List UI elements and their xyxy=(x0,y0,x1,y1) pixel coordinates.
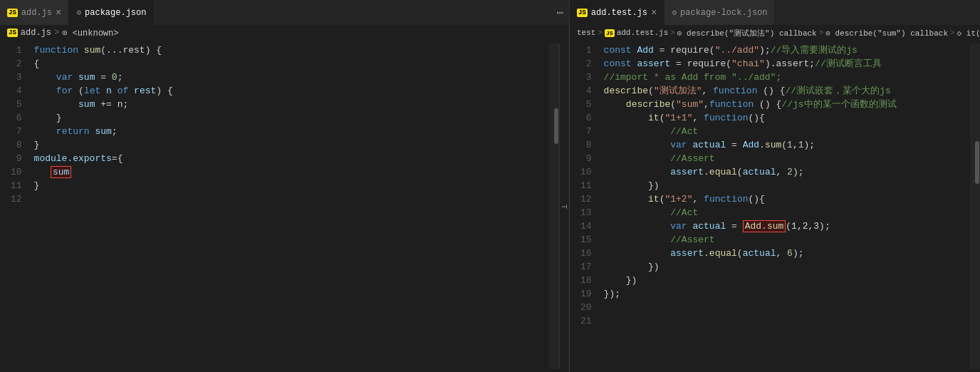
code-line: for (let n of rest) { xyxy=(34,84,549,98)
breadcrumb-symbol-left: ⊙ <unknown> xyxy=(62,28,118,38)
breadcrumb-sep1: > xyxy=(54,28,59,38)
r-code-line-18: assert.equal(actual, 6); xyxy=(604,247,970,260)
right-editor-pane: test > JS add.test.js > ⊙ describe("测试加法… xyxy=(570,25,980,372)
tab-addjs-label: add.js xyxy=(21,8,52,18)
r-code-line-20: }) xyxy=(604,274,970,287)
tab-addjs-close[interactable]: × xyxy=(56,7,61,19)
breadcrumb-js-icon-right: JS xyxy=(605,29,615,37)
code-line: function sum(...rest) { xyxy=(34,43,549,57)
r-code-line-17: //Assert xyxy=(604,233,970,247)
breadcrumb-filename-left: add.js xyxy=(21,28,51,38)
left-editor-pane: JS add.js > ⊙ <unknown> 1 2 3 4 5 6 7 8 … xyxy=(0,25,570,372)
r-code-line-15: //Act xyxy=(604,206,970,219)
r-code-line-14: it("1+2", function(){ xyxy=(604,192,970,206)
json-icon-right: ⚙ xyxy=(672,8,677,17)
left-scrollbar-thumb[interactable] xyxy=(554,108,558,144)
r-code-line-9: //Act xyxy=(604,125,970,138)
editors: JS add.js > ⊙ <unknown> 1 2 3 4 5 6 7 8 … xyxy=(0,25,980,372)
right-minimap xyxy=(970,43,980,369)
r-code-line-6: describe("测试加法", function () {//测试嵌套，某个大… xyxy=(604,84,970,98)
r-code-line-19: }) xyxy=(604,260,970,274)
left-line-numbers: 1 2 3 4 5 6 7 8 9 10 11 12 xyxy=(0,43,31,369)
left-tab-more[interactable]: ⋯ xyxy=(551,0,569,25)
left-code-lines[interactable]: function sum(...rest) { { var sum = 0; f… xyxy=(31,43,549,369)
tab-bars: JS add.js × ⚙ package.json ⋯ JS add.test… xyxy=(0,0,980,25)
r-code-line-13: }) xyxy=(604,179,970,192)
code-line: } xyxy=(34,179,549,192)
tab-addjs[interactable]: JS add.js × xyxy=(0,0,69,25)
code-line: var sum = 0; xyxy=(34,71,549,84)
right-tab-bar: JS add.test.js × ⚙ package-lock.json xyxy=(570,0,980,25)
app-container: JS add.js × ⚙ package.json ⋯ JS add.test… xyxy=(0,0,980,372)
code-line: } xyxy=(34,138,549,152)
breadcrumb-it: ◇ it("... xyxy=(957,29,980,38)
right-breadcrumb: test > JS add.test.js > ⊙ describe("测试加法… xyxy=(570,25,980,41)
left-code-area: 1 2 3 4 5 6 7 8 9 10 11 12 function sum(… xyxy=(0,41,569,372)
left-tab-bar: JS add.js × ⚙ package.json ⋯ xyxy=(0,0,570,25)
code-line: module.exports={ xyxy=(34,152,549,165)
r-code-line-21: }); xyxy=(604,287,970,301)
code-line-10: sum xyxy=(34,165,549,179)
left-breadcrumb: JS add.js > ⊙ <unknown> xyxy=(0,25,569,41)
r-code-line-7: describe("sum",function () {//js中的某一个函数的… xyxy=(604,98,970,111)
right-code-area: 1 2 3 4 5 6 7 8 9 10 11 12 13 14 15 16 1 xyxy=(570,41,980,372)
tab-addtestjs-label: add.test.js xyxy=(591,8,647,18)
tab-packagejson-label: package.json xyxy=(85,8,146,18)
left-minimap xyxy=(549,43,559,369)
breadcrumb-describe1: ⊙ describe("测试加法") callback xyxy=(677,28,817,38)
code-line: return sum; xyxy=(34,125,549,138)
r-code-line-11: //Assert xyxy=(604,152,970,165)
split-divider[interactable]: T xyxy=(559,43,569,369)
code-line: } xyxy=(34,111,549,125)
breadcrumb-describe2: ⊙ describe("sum") callback xyxy=(825,29,948,38)
tab-packagelockjson-label: package-lock.json xyxy=(680,8,767,18)
r-code-line-8: it("1+1", function(){ xyxy=(604,111,970,125)
right-code-lines[interactable]: const Add = require("../add");//导入需要测试的j… xyxy=(600,43,970,369)
right-scrollbar-thumb[interactable] xyxy=(975,141,979,184)
breadcrumb-testfile: add.test.js xyxy=(617,29,669,37)
r-code-line-4: //import * as Add from "../add"; xyxy=(604,71,970,84)
json-icon-left: ⚙ xyxy=(76,8,81,17)
r-code-line-16: var actual = Add.sum(1,2,3); xyxy=(604,219,970,233)
r-code-line-1: const Add = require("../add");//导入需要测试的j… xyxy=(604,43,970,57)
r-code-line-12: assert.equal(actual, 2); xyxy=(604,165,970,179)
r-code-line-2: const assert = require("chai").assert;//… xyxy=(604,57,970,71)
tab-addtestjs-close[interactable]: × xyxy=(651,7,657,19)
tab-packagejson[interactable]: ⚙ package.json xyxy=(69,0,154,25)
js-icon: JS xyxy=(7,9,18,17)
split-icon: T xyxy=(560,204,568,209)
code-line: sum += n; xyxy=(34,98,549,111)
code-line: { xyxy=(34,57,549,71)
tab-addtestjs[interactable]: JS add.test.js × xyxy=(570,0,664,25)
right-line-numbers: 1 2 3 4 5 6 7 8 9 10 11 12 13 14 15 16 1 xyxy=(570,43,600,369)
tab-packagelockjson[interactable]: ⚙ package-lock.json xyxy=(664,0,775,25)
r-code-line-10: var actual = Add.sum(1,1); xyxy=(604,138,970,152)
breadcrumb-test: test xyxy=(577,29,595,37)
breadcrumb-js-icon: JS xyxy=(7,29,18,37)
js-icon-right: JS xyxy=(577,9,588,17)
